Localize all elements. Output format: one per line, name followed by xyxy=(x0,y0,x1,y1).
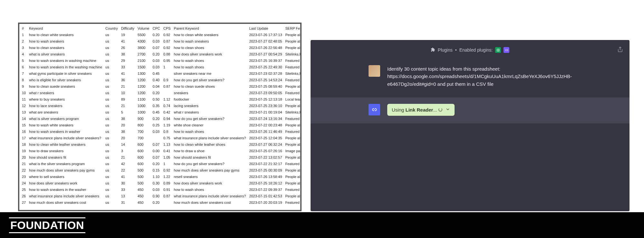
table-cell: what r sneakers xyxy=(28,90,104,96)
puzzle-icon xyxy=(431,47,435,53)
table-cell: 1100 xyxy=(136,96,151,103)
table-cell: 25 xyxy=(21,186,28,193)
table-cell: 26 xyxy=(21,193,28,199)
table-cell: us xyxy=(104,174,120,180)
user-message-text: Identify 30 content topic ideas from thi… xyxy=(387,65,600,88)
table-cell: what insurance plans include silver snea… xyxy=(28,135,104,141)
table-cell: 14 xyxy=(21,115,28,122)
table-cell: 9 xyxy=(21,83,28,90)
column-header: Parent Keyword xyxy=(173,25,248,32)
table-cell: 2023-07-25 22:49:30 xyxy=(248,64,284,70)
table-cell: how to clean white sneakers xyxy=(173,32,248,38)
table-cell: People also ask,Videos,Sitelinks,Image p… xyxy=(284,141,302,148)
table-cell: 3 xyxy=(21,45,28,51)
table-cell: Sitelinks,People also ask,Image pack xyxy=(284,70,302,77)
table-cell: 23 xyxy=(21,174,28,180)
table-cell: 0.00 xyxy=(151,148,162,154)
table-cell: People also ask,Videos,Image pack xyxy=(284,45,302,51)
table-cell: 0.07 xyxy=(151,141,162,148)
table-cell: 900 xyxy=(136,115,151,122)
table-cell: 41 xyxy=(120,70,136,77)
table-cell: 1200 xyxy=(136,83,151,90)
table-cell: 20 xyxy=(120,122,136,128)
table-cell: us xyxy=(104,193,120,199)
table-cell: 13 xyxy=(120,193,136,199)
table-row: 1how to clean white sneakersus1955000.20… xyxy=(21,32,302,38)
table-cell: 1.19 xyxy=(162,122,173,128)
table-cell: 0.87 xyxy=(162,83,173,90)
table-cell: 500 xyxy=(136,180,151,186)
table-cell: 7 xyxy=(21,70,28,77)
table-cell: how to wash sneakers xyxy=(28,38,104,45)
table-cell: us xyxy=(104,122,120,128)
table-cell: how to clean white sneakers xyxy=(28,32,104,38)
table-row: 25how to wash sneakers in the washerus33… xyxy=(21,186,302,193)
table-cell: Featured snippet,People also ask,Videos,… xyxy=(284,57,302,64)
table-cell: how to draw a shoe xyxy=(173,148,248,154)
table-cell: 2023-07-15 01:42:53 xyxy=(248,193,284,199)
footer-bar: FOUNDATION xyxy=(0,212,644,238)
table-cell: People also ask,Videos,Image pack xyxy=(284,83,302,90)
table-row: 4what is silver sneakersus3827000.200.88… xyxy=(21,51,302,57)
table-cell: 0.35 xyxy=(151,103,162,109)
table-cell: us xyxy=(104,148,120,154)
table-cell: how to wash white sneakers xyxy=(28,122,104,128)
table-cell: People also ask xyxy=(284,122,302,128)
table-cell: 0.9 xyxy=(162,77,173,83)
table-cell: how does silver sneakers work xyxy=(173,180,248,186)
tool-status-pill[interactable]: Using Link Reader... xyxy=(387,104,455,116)
table-cell: 2 xyxy=(21,38,28,45)
table-cell: us xyxy=(104,64,120,70)
table-cell: Sitelinks,People also ask,Knowledge pane… xyxy=(284,109,302,115)
table-cell: 0.40 xyxy=(151,77,162,83)
table-cell: white shoe cleaner xyxy=(173,122,248,128)
table-cell: 3800 xyxy=(136,45,151,51)
table-cell: us xyxy=(104,32,120,38)
table-cell: 0.87 xyxy=(162,193,173,199)
plugins-label-mid: • xyxy=(455,47,457,53)
table-row: 13what are sneakersus510000.450.42what r… xyxy=(21,109,302,115)
table-cell: 11 xyxy=(21,96,28,103)
spinner-icon xyxy=(438,108,442,112)
table-cell: how should sneakers fit xyxy=(173,154,248,161)
table-cell: 20 xyxy=(120,135,136,141)
column-header: Keyword xyxy=(28,25,104,32)
table-cell: 26 xyxy=(120,45,136,51)
plugins-indicator[interactable]: Plugins • Enabled plugins: xyxy=(431,47,509,53)
table-row: 18how to clean white leather sneakersus1… xyxy=(21,141,302,148)
table-cell: Featured snippet,People also ask,Image p… xyxy=(284,90,302,96)
table-cell: us xyxy=(104,161,120,167)
table-cell: us xyxy=(104,83,120,90)
plugins-label-suffix: Enabled plugins: xyxy=(459,47,493,53)
table-cell: 2023-07-26 13:58:49 xyxy=(248,174,284,180)
table-cell: us xyxy=(104,51,120,57)
table-cell: 700 xyxy=(136,128,151,135)
table-cell: Local teaser pack,People also ask,Siteli… xyxy=(284,96,302,103)
table-cell: 42 xyxy=(120,161,136,167)
user-message-line2: https://docs.google.com/spreadsheets/d/1… xyxy=(387,74,572,86)
table-cell: Featured snippet,People also ask,Sitelin… xyxy=(284,77,302,83)
share-icon[interactable] xyxy=(617,46,623,52)
table-cell: Featured snippet,Sitelinks,People also a… xyxy=(284,115,302,122)
column-header: # xyxy=(21,25,28,32)
table-cell: resell sneakers xyxy=(173,174,248,180)
table-cell: 1200 xyxy=(136,90,151,96)
user-message-line1: Identify 30 content topic ideas from thi… xyxy=(387,66,500,72)
table-cell: 0.03 xyxy=(151,186,162,193)
status-label: Using Link Reader... xyxy=(392,107,442,113)
column-header: CPS xyxy=(162,25,173,32)
table-cell: footlocker xyxy=(173,96,248,103)
table-cell: 0.07 xyxy=(151,45,162,51)
table-cell: what r sneakers xyxy=(173,109,248,115)
table-cell: 0.50 xyxy=(151,96,162,103)
table-cell: 38 xyxy=(120,128,136,135)
table-cell: 2023-07-25 12:04:35 xyxy=(248,135,284,141)
table-cell: Featured snippet,People also ask,Videos xyxy=(284,128,302,135)
table-cell: 2023-07-22 13:02:57 xyxy=(248,154,284,161)
status-prefix: Using xyxy=(392,107,406,113)
table-cell: how to clean shoes xyxy=(173,45,248,51)
column-header: Last Update xyxy=(248,25,284,32)
table-cell: what insurance plans include silver snea… xyxy=(173,135,248,141)
column-header: SERP Features xyxy=(284,25,302,32)
table-cell: who is eligible for silver sneakers xyxy=(28,77,104,83)
